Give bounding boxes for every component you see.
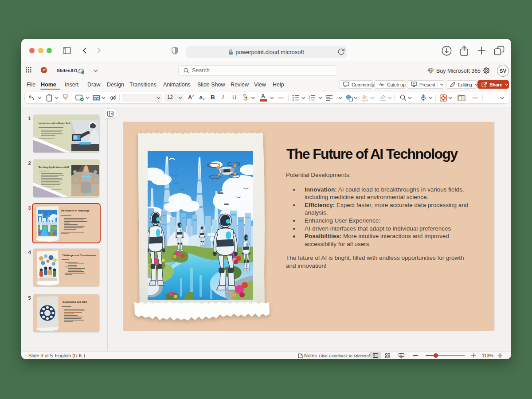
svg-text:Conclusion and Q&A: Conclusion and Q&A xyxy=(63,301,87,303)
svg-text:Exciting Applications of AI: Exciting Applications of AI xyxy=(39,166,69,168)
svg-text:P: P xyxy=(43,68,45,72)
svg-text:The Future of AI Technology: The Future of AI Technology xyxy=(61,210,90,212)
svg-text:Challenges and Considerations: Challenges and Considerations xyxy=(63,254,96,257)
svg-text:Introduction to AI in Modern T: Introduction to AI in Modern Tech xyxy=(39,122,70,125)
svg-text:3: 3 xyxy=(309,99,310,101)
